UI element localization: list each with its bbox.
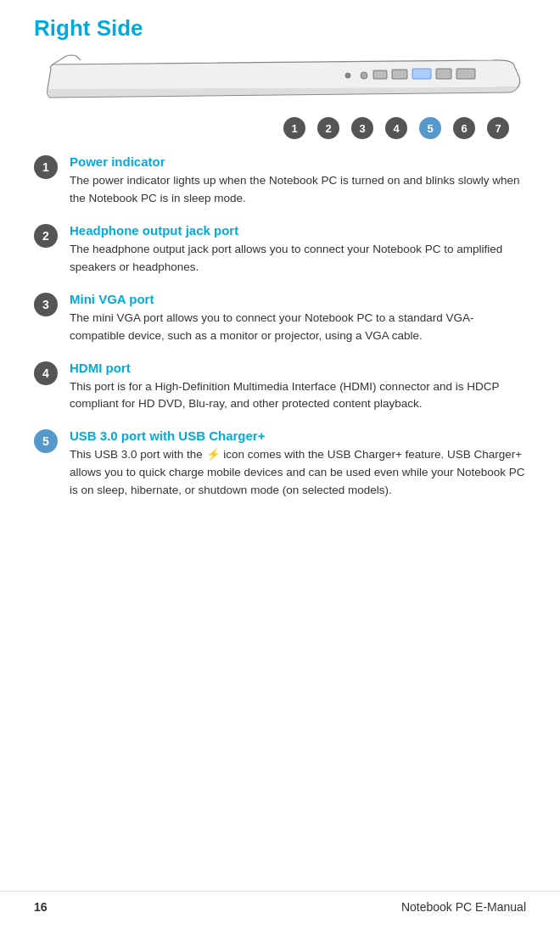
item-desc-2: The headphone output jack port allows yo…	[70, 241, 526, 277]
item-desc-4: This port is for a High-Definition Multi…	[70, 378, 526, 414]
laptop-diagram: 1 2 3 4 5 6 7	[34, 52, 526, 139]
item-badge-3: 3	[34, 293, 58, 316]
svg-rect-6	[456, 69, 475, 79]
badge-7: 7	[487, 117, 509, 139]
item-row-5: 5 USB 3.0 port with USB Charger+ This US…	[34, 428, 526, 500]
svg-point-0	[345, 73, 350, 78]
svg-rect-2	[373, 70, 387, 79]
item-desc-5: This USB 3.0 port with the ⚡ icon comes …	[70, 446, 526, 500]
badge-4: 4	[385, 117, 407, 139]
item-content-4: HDMI port This port is for a High-Defini…	[70, 361, 526, 414]
item-title-2: Headphone output jack port	[70, 223, 526, 238]
item-content-3: Mini VGA port The mini VGA port allows y…	[70, 292, 526, 345]
svg-rect-3	[392, 70, 407, 79]
badge-5: 5	[419, 117, 441, 139]
item-row-2: 2 Headphone output jack port The headpho…	[34, 223, 526, 277]
page-wrapper: Right Side 1	[0, 0, 560, 929]
badge-3: 3	[351, 117, 373, 139]
item-content-5: USB 3.0 port with USB Charger+ This USB …	[70, 428, 526, 500]
laptop-side-illustration	[34, 52, 526, 115]
page-title: Right Side	[34, 15, 526, 42]
port-number-indicators: 1 2 3 4 5 6 7	[34, 117, 526, 139]
svg-rect-4	[412, 69, 431, 79]
badge-6: 6	[453, 117, 475, 139]
badge-1: 1	[283, 117, 305, 139]
item-desc-3: The mini VGA port allows you to connect …	[70, 310, 526, 345]
footer-page-number: 16	[34, 900, 48, 914]
item-row-4: 4 HDMI port This port is for a High-Defi…	[34, 361, 526, 414]
lightning-icon: ⚡	[206, 446, 221, 464]
svg-rect-1	[361, 72, 367, 79]
item-title-4: HDMI port	[70, 361, 526, 375]
item-badge-4: 4	[34, 361, 58, 385]
item-row-3: 3 Mini VGA port The mini VGA port allows…	[34, 292, 526, 345]
page-footer: 16 Notebook PC E-Manual	[0, 891, 560, 914]
footer-manual-title: Notebook PC E-Manual	[401, 900, 526, 914]
svg-rect-5	[436, 69, 451, 79]
item-badge-1: 1	[34, 155, 58, 179]
item-desc-5-part1: This USB 3.0 port with the	[70, 448, 206, 461]
item-badge-2: 2	[34, 224, 58, 248]
item-row-1: 1 Power indicator The power indicator li…	[34, 154, 526, 208]
badge-2: 2	[317, 117, 339, 139]
item-badge-5: 5	[34, 429, 58, 453]
item-content-2: Headphone output jack port The headphone…	[70, 223, 526, 277]
item-desc-1: The power indicator lights up when the N…	[70, 172, 526, 208]
item-title-1: Power indicator	[70, 154, 526, 169]
items-section: 1 Power indicator The power indicator li…	[34, 154, 526, 500]
item-content-1: Power indicator The power indicator ligh…	[70, 154, 526, 208]
item-title-3: Mini VGA port	[70, 292, 526, 306]
item-title-5: USB 3.0 port with USB Charger+	[70, 428, 526, 443]
